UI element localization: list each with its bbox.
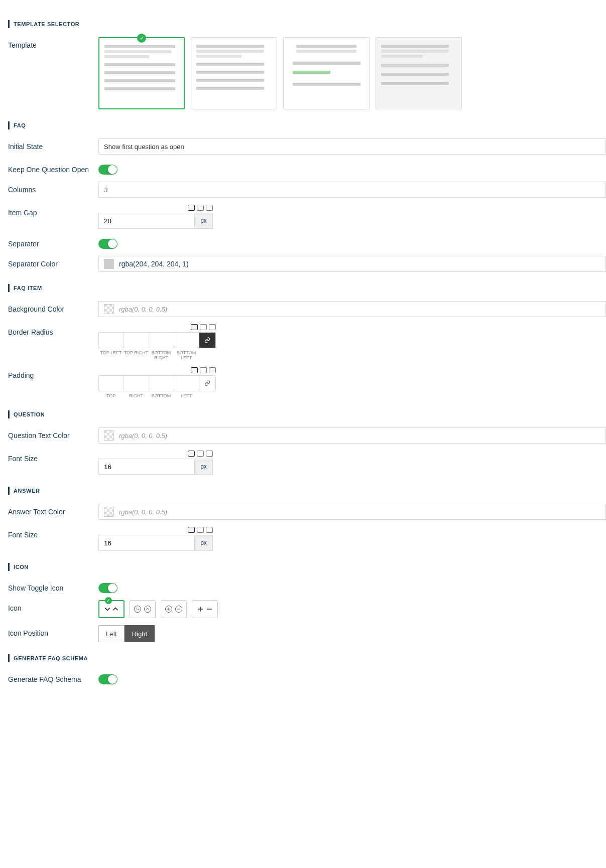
padding-right[interactable]	[124, 375, 149, 391]
mobile-icon[interactable]	[209, 324, 216, 330]
label-border-radius: Border Radius	[8, 324, 98, 336]
swatch-icon	[104, 259, 114, 269]
columns-input[interactable]	[98, 182, 606, 198]
answer-color-picker[interactable]: rgba(0, 0, 0, 0.5)	[98, 504, 606, 520]
desktop-icon[interactable]	[188, 205, 195, 211]
template-option-4[interactable]	[376, 37, 462, 109]
question-font-size-input[interactable]	[98, 459, 195, 475]
label-question-text-color: Question Text Color	[8, 427, 98, 440]
responsive-icons[interactable]	[98, 451, 213, 457]
label-keep-one-open: Keep One Question Open	[8, 162, 98, 174]
section-schema: GENERATE FAQ SCHEMA	[8, 654, 606, 662]
tablet-icon[interactable]	[197, 205, 204, 211]
separator-color-value: rgba(204, 204, 204, 1)	[119, 260, 189, 268]
tablet-icon[interactable]	[200, 367, 207, 373]
circle-chevron-up-icon	[144, 605, 152, 613]
plus-icon	[197, 606, 204, 613]
responsive-icons[interactable]	[98, 324, 216, 330]
label-answer-font-size: Font Size	[8, 527, 98, 539]
answer-font-size-input[interactable]	[98, 535, 195, 551]
label-separator: Separator	[8, 236, 98, 248]
item-gap-input[interactable]	[98, 213, 195, 229]
generate-schema-toggle[interactable]	[98, 674, 117, 684]
section-answer: ANSWER	[8, 487, 606, 495]
radius-bottom-left[interactable]	[174, 332, 199, 348]
radius-top-right[interactable]	[124, 332, 149, 348]
responsive-icons[interactable]	[98, 205, 213, 211]
circle-chevron-down-icon	[134, 605, 142, 613]
desktop-icon[interactable]	[191, 324, 198, 330]
padding-inputs	[98, 375, 606, 391]
tablet-icon[interactable]	[200, 324, 207, 330]
label-padding: Padding	[8, 367, 98, 379]
radius-bottom-right[interactable]	[149, 332, 174, 348]
icon-position-left[interactable]: Left	[98, 625, 125, 642]
desktop-icon[interactable]	[191, 367, 198, 373]
template-options: ✓	[98, 37, 606, 109]
check-icon: ✓	[105, 597, 112, 604]
label-item-gap: Item Gap	[8, 205, 98, 217]
template-option-3[interactable]	[283, 37, 370, 109]
section-template-selector: TEMPLATE SELECTOR	[8, 20, 606, 28]
question-color-placeholder: rgba(0, 0, 0, 0.5)	[119, 432, 167, 440]
section-question: QUESTION	[8, 410, 606, 418]
icon-option-circle-plus[interactable]	[161, 600, 187, 618]
transparent-swatch-icon	[104, 430, 114, 441]
label-background-color: Background Color	[8, 301, 98, 313]
label-icon-position: Icon Position	[8, 625, 98, 637]
separator-toggle[interactable]	[98, 239, 117, 249]
icon-option-circle-chevron[interactable]	[130, 600, 156, 618]
tablet-icon[interactable]	[197, 451, 204, 457]
background-color-placeholder: rgba(0, 0, 0, 0.5)	[119, 306, 167, 313]
label-columns: Columns	[8, 182, 98, 194]
svg-point-0	[135, 606, 141, 613]
initial-state-select[interactable]	[98, 138, 606, 155]
link-values-button[interactable]	[199, 332, 216, 348]
transparent-swatch-icon	[104, 507, 114, 517]
unit-px[interactable]: px	[195, 535, 213, 551]
unit-px[interactable]: px	[195, 459, 213, 475]
label-question-font-size: Font Size	[8, 451, 98, 463]
border-radius-inputs	[98, 332, 606, 348]
mobile-icon[interactable]	[206, 527, 213, 533]
transparent-swatch-icon	[104, 304, 114, 314]
padding-top[interactable]	[98, 375, 124, 391]
show-toggle-icon-toggle[interactable]	[98, 583, 117, 593]
answer-color-placeholder: rgba(0, 0, 0, 0.5)	[119, 508, 167, 516]
label-initial-state: Initial State	[8, 138, 98, 151]
circle-minus-icon	[175, 605, 183, 613]
icon-option-plus[interactable]	[192, 600, 218, 618]
minus-icon	[206, 606, 213, 613]
circle-plus-icon	[165, 605, 173, 613]
responsive-icons[interactable]	[98, 367, 216, 373]
unit-px[interactable]: px	[195, 213, 213, 229]
check-icon: ✓	[137, 34, 146, 43]
radius-top-left[interactable]	[98, 332, 124, 348]
separator-color-picker[interactable]: rgba(204, 204, 204, 1)	[98, 256, 606, 272]
question-color-picker[interactable]: rgba(0, 0, 0, 0.5)	[98, 427, 606, 444]
template-option-1[interactable]: ✓	[98, 37, 185, 109]
mobile-icon[interactable]	[209, 367, 216, 373]
icon-position-right[interactable]: Right	[125, 625, 155, 642]
padding-left[interactable]	[174, 375, 199, 391]
label-separator-color: Separator Color	[8, 256, 98, 268]
desktop-icon[interactable]	[188, 527, 195, 533]
keep-one-open-toggle[interactable]	[98, 165, 117, 175]
mobile-icon[interactable]	[206, 451, 213, 457]
section-faq-item: FAQ ITEM	[8, 284, 606, 292]
tablet-icon[interactable]	[197, 527, 204, 533]
label-answer-text-color: Answer Text Color	[8, 504, 98, 516]
label-show-toggle-icon: Show Toggle Icon	[8, 580, 98, 592]
icon-option-chevron[interactable]: ✓	[98, 600, 125, 618]
section-icon: ICON	[8, 563, 606, 571]
padding-bottom[interactable]	[149, 375, 174, 391]
label-icon: Icon	[8, 600, 98, 612]
svg-point-1	[145, 606, 151, 613]
responsive-icons[interactable]	[98, 527, 213, 533]
link-values-button[interactable]	[199, 375, 216, 391]
section-faq: FAQ	[8, 121, 606, 129]
mobile-icon[interactable]	[206, 205, 213, 211]
template-option-2[interactable]	[191, 37, 277, 109]
desktop-icon[interactable]	[188, 451, 195, 457]
background-color-picker[interactable]: rgba(0, 0, 0, 0.5)	[98, 301, 606, 317]
